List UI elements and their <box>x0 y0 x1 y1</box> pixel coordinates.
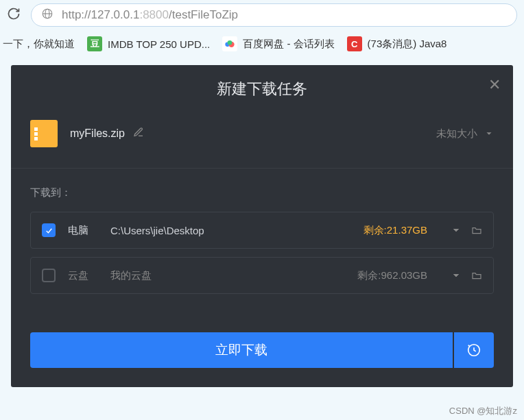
edit-icon[interactable] <box>133 127 144 140</box>
watermark: CSDN @知北游z <box>449 405 517 417</box>
download-to-label: 下载到： <box>30 186 494 199</box>
dest-computer-path: C:\Users\jie\Desktop <box>110 225 204 236</box>
file-row: myFiles.zip 未知大小 <box>11 120 513 169</box>
folder-icon[interactable] <box>471 225 482 236</box>
download-button[interactable]: 立即下载 <box>30 332 453 368</box>
checkbox-cloud[interactable] <box>42 269 56 282</box>
checkbox-computer[interactable] <box>42 223 56 237</box>
dest-cloud-row[interactable]: 云盘 我的云盘 剩余:962.03GB <box>30 257 494 294</box>
zip-file-icon <box>30 120 58 147</box>
file-name: myFiles.zip <box>70 127 125 140</box>
chevron-down-icon <box>484 129 494 138</box>
file-size[interactable]: 未知大小 <box>436 127 494 140</box>
dest-cloud-path: 我的云盘 <box>110 269 152 282</box>
chevron-down-icon[interactable] <box>451 225 462 236</box>
dest-computer-row[interactable]: 电脑 C:\Users\jie\Desktop 剩余:21.37GB <box>30 212 494 249</box>
modal-title: 新建下载任务 <box>11 79 513 99</box>
chevron-down-icon[interactable] <box>451 270 462 281</box>
dest-computer-name: 电脑 <box>68 224 98 237</box>
dest-computer-remain: 剩余:21.37GB <box>364 224 427 237</box>
dest-cloud-name: 云盘 <box>68 269 98 282</box>
close-icon[interactable]: ✕ <box>488 76 501 94</box>
folder-icon[interactable] <box>471 270 482 281</box>
dest-cloud-remain: 剩余:962.03GB <box>357 269 427 282</box>
download-later-button[interactable] <box>454 332 494 368</box>
download-modal: ✕ 新建下载任务 myFiles.zip 未知大小 下载到： 电脑 C:\ <box>11 65 513 387</box>
